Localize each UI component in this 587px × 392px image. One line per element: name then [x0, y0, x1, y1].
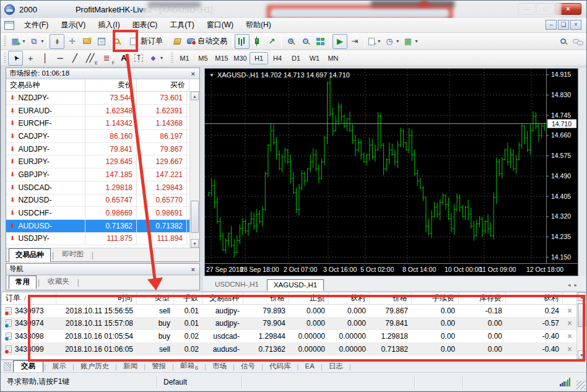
- chat-button[interactable]: [570, 34, 585, 49]
- orders-col-8[interactable]: 获利: [329, 292, 370, 304]
- orders-col-11[interactable]: 库存费: [459, 292, 506, 304]
- indicators-button[interactable]: +▾: [367, 34, 382, 49]
- terminal-tab-4[interactable]: 新闻: [118, 361, 143, 372]
- orders-col-5[interactable]: 交易品种: [202, 292, 243, 304]
- order-row[interactable]: 34309732018.10.11 15:56:55sell0.01audjpy…: [2, 305, 586, 318]
- timeframe-h1-button[interactable]: H1: [250, 52, 268, 64]
- trendline-tool-button[interactable]: ╱: [67, 51, 82, 66]
- timeframe-d1-button[interactable]: D1: [287, 52, 305, 64]
- chart-tab-active[interactable]: XAGUSD-,H1: [267, 279, 324, 291]
- orders-col-6[interactable]: 价格: [243, 292, 289, 304]
- order-row[interactable]: 34309742018.10.11 15:57:08buy0.01audjpy-…: [2, 318, 586, 331]
- terminal-scrollbar[interactable]: ▲ ▼: [576, 292, 586, 359]
- timeframe-w1-button[interactable]: W1: [305, 52, 324, 64]
- new-chart-button[interactable]: ▦+▾: [8, 34, 27, 49]
- search-button[interactable]: [555, 34, 570, 49]
- market-watch-tab-inactive[interactable]: 即时图: [55, 248, 90, 261]
- timeframe-m30-button[interactable]: M30: [231, 52, 250, 64]
- templates-button[interactable]: ▦▾: [401, 34, 419, 49]
- new-order-button[interactable]: +新订单: [128, 34, 165, 49]
- data-window-button[interactable]: ✛: [64, 34, 79, 49]
- text-tool-button[interactable]: A: [116, 51, 131, 66]
- timeframe-h4-button[interactable]: H4: [268, 52, 287, 64]
- vertical-line-tool-button[interactable]: │: [38, 51, 53, 66]
- close-order-button[interactable]: ×: [563, 343, 576, 355]
- resize-grip[interactable]: [576, 381, 585, 390]
- terminal-tab-1[interactable]: 交易: [13, 360, 43, 373]
- terminal-tab-2[interactable]: 展示: [46, 361, 72, 372]
- terminal-button[interactable]: [94, 34, 109, 49]
- scroll-up-icon[interactable]: ▲: [191, 92, 199, 100]
- market-watch-row[interactable]: ⬇USDCHF-0.986690.98691: [6, 207, 199, 220]
- dropdown-arrow-icon[interactable]: ▾: [415, 38, 417, 44]
- mdi-restore-button[interactable]: ❏: [558, 20, 569, 30]
- orders-col-12[interactable]: 获利: [506, 292, 563, 304]
- terminal-tab-10[interactable]: EA: [300, 362, 320, 371]
- market-watch-scrollbar[interactable]: ▲ ▼: [189, 92, 199, 248]
- menu-item-1[interactable]: 文件(F): [18, 18, 54, 32]
- market-watch-button[interactable]: ▲▼: [50, 34, 64, 49]
- timeframe-m5-button[interactable]: M5: [194, 52, 212, 64]
- chart-tab-scroll-arrows[interactable]: ◂▸: [568, 282, 581, 290]
- autotrading-button[interactable]: 自动交易: [185, 34, 230, 49]
- navigator-button[interactable]: ★: [79, 34, 94, 49]
- market-watch-tab-active[interactable]: 交易品种: [9, 248, 51, 262]
- market-watch-col-2[interactable]: 卖价: [85, 79, 137, 91]
- dock-grip-icon[interactable]: [4, 362, 11, 371]
- order-row[interactable]: 34330982018.10.16 01:05:54buy0.02usdcad-…: [2, 330, 586, 343]
- market-watch-close-icon[interactable]: ×: [190, 70, 196, 77]
- timeframe-mn-button[interactable]: MN: [324, 52, 342, 64]
- market-watch-row[interactable]: ⬇EURJPY-129.645129.667: [6, 155, 199, 168]
- scroll-down-icon[interactable]: ▼: [191, 239, 199, 248]
- market-watch-row[interactable]: ⬇AUDUSD-0.713620.71382: [6, 220, 199, 233]
- menu-item-6[interactable]: 窗口(W): [201, 18, 240, 32]
- terminal-tab-8[interactable]: 信号: [235, 361, 261, 372]
- tile-windows-button[interactable]: [313, 34, 328, 49]
- market-watch-col-3[interactable]: 买价: [137, 79, 189, 91]
- periods-button[interactable]: ◷▾: [382, 34, 401, 49]
- terminal-tab-9[interactable]: 代码库: [264, 361, 297, 372]
- terminal-tab-5[interactable]: 警报: [146, 361, 172, 372]
- navigator-tab-inactive[interactable]: 收藏夹: [41, 275, 76, 289]
- mdi-close-button[interactable]: ×: [570, 20, 581, 30]
- orders-col-4[interactable]: 手数: [174, 292, 202, 304]
- market-watch-row[interactable]: ⬇CADJPY-86.16086.197: [6, 130, 199, 143]
- dropdown-arrow-icon[interactable]: ▾: [22, 38, 25, 44]
- market-watch-row[interactable]: ⬇GBPJPY-147.185147.221: [6, 168, 199, 181]
- close-order-button[interactable]: ×: [563, 330, 576, 342]
- navigator-tab-active[interactable]: 常用: [9, 276, 37, 289]
- menu-item-4[interactable]: 图表(C): [126, 18, 164, 32]
- terminal-tab-3[interactable]: 账户历史: [75, 361, 115, 372]
- market-watch-row[interactable]: ⬇NZDUSD-0.657470.65770: [6, 194, 199, 207]
- navigator-close-icon[interactable]: ×: [190, 266, 196, 273]
- market-watch-row[interactable]: ⬇USDCAD-1.298181.29843: [6, 181, 199, 194]
- chart-bars-button[interactable]: [235, 34, 250, 49]
- horizontal-line-tool-button[interactable]: ─: [53, 51, 67, 66]
- auto-scroll-button[interactable]: ▶: [333, 34, 347, 49]
- chart-candles-button[interactable]: [250, 34, 264, 49]
- scrollbar-thumb[interactable]: [191, 201, 199, 233]
- market-watch-row[interactable]: ⬇AUDJPY-79.84179.867: [6, 143, 199, 156]
- price-chart[interactable]: 14.91514.83014.74514.66014.57514.49014.4…: [205, 69, 578, 276]
- chart-shift-button[interactable]: ⇥: [347, 34, 362, 49]
- dropdown-arrow-icon[interactable]: ▾: [41, 38, 43, 44]
- terminal-tab-11[interactable]: 日志: [323, 361, 349, 372]
- zoom-in-button[interactable]: +: [284, 34, 298, 49]
- mdi-minimize-button[interactable]: –: [546, 20, 557, 30]
- minimize-button[interactable]: —: [518, 3, 536, 15]
- chart-tab-inactive[interactable]: USDCNH-,H1: [208, 279, 266, 290]
- market-watch-row[interactable]: ⬇NZDJPY-73.54473.601: [6, 92, 199, 105]
- menu-item-3[interactable]: 插入(I): [92, 18, 126, 32]
- market-watch-col-1[interactable]: 交易品种: [6, 79, 85, 91]
- orders-col-1[interactable]: 订单/: [2, 292, 56, 304]
- status-profile[interactable]: Default: [157, 376, 242, 388]
- metaeditor-button[interactable]: [170, 34, 185, 49]
- orders-col-2[interactable]: 时间: [56, 292, 137, 304]
- menu-item-2[interactable]: 显示(V): [54, 18, 92, 32]
- arrows-tool-button[interactable]: ◆▾: [146, 51, 165, 66]
- order-row[interactable]: 34330992018.10.16 01:06:05sell0.02audusd…: [2, 343, 586, 356]
- scroll-up-icon[interactable]: ▲: [578, 292, 586, 301]
- fibonacci-tool-button[interactable]: ≣F: [100, 51, 116, 66]
- crosshair-tool-button[interactable]: ＋: [23, 51, 38, 66]
- zoom-out-button[interactable]: −: [298, 34, 313, 49]
